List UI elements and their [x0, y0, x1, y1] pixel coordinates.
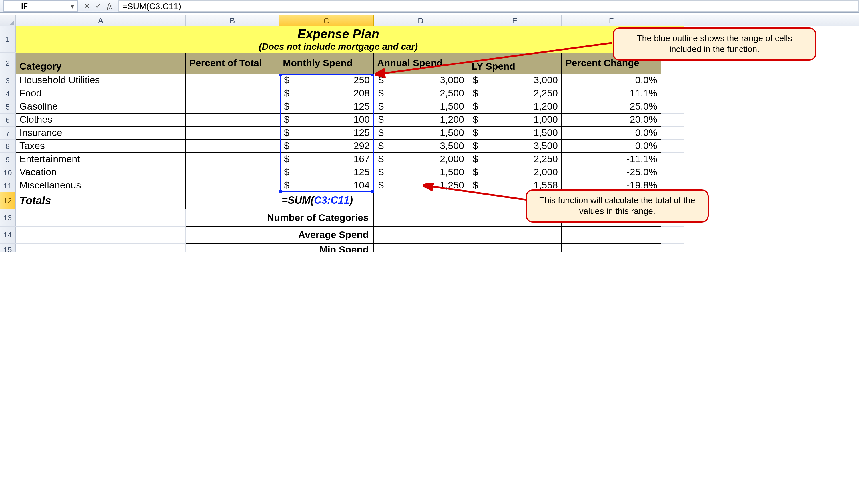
cell-D9[interactable]: $2,000	[374, 153, 468, 166]
cell-G9[interactable]	[661, 153, 684, 166]
cell-A6[interactable]: Clothes	[16, 114, 186, 127]
row-header-7[interactable]: 7	[0, 127, 16, 140]
cell-B5[interactable]	[186, 100, 280, 114]
cell-F15[interactable]	[562, 244, 661, 252]
enter-formula-button[interactable]: ✓	[93, 1, 103, 11]
cell-D12[interactable]	[374, 192, 468, 209]
cell-F6[interactable]: 20.0%	[562, 114, 661, 127]
cell-B11[interactable]	[186, 179, 280, 192]
cell-A14[interactable]	[16, 226, 186, 244]
row-header-13[interactable]: 13	[0, 209, 16, 226]
col-header-F[interactable]: F	[562, 15, 661, 26]
row-header-10[interactable]: 10	[0, 166, 16, 179]
cell-D5[interactable]: $1,500	[374, 100, 468, 114]
cell-G14[interactable]	[661, 226, 684, 244]
cell-E7[interactable]: $1,500	[468, 127, 562, 140]
cell-D15[interactable]	[374, 244, 468, 252]
cell-C4[interactable]: $208	[280, 87, 374, 100]
cell-D4[interactable]: $2,500	[374, 87, 468, 100]
cell-B8[interactable]	[186, 140, 280, 153]
cell-B6[interactable]	[186, 114, 280, 127]
hdr-percent-total[interactable]: Percent of Total	[186, 52, 280, 74]
cell-D13[interactable]	[374, 209, 468, 226]
numcat-label[interactable]: Number of Categories	[186, 209, 374, 226]
cell-D7[interactable]: $1,500	[374, 127, 468, 140]
cell-B10[interactable]	[186, 166, 280, 179]
hdr-monthly-spend[interactable]: Monthly Spend	[280, 52, 374, 74]
insert-function-button[interactable]: fx	[105, 1, 115, 11]
row-header-11[interactable]: 11	[0, 179, 16, 192]
cell-A15[interactable]	[16, 244, 186, 252]
row-header-5[interactable]: 5	[0, 100, 16, 114]
select-all-button[interactable]	[0, 15, 16, 26]
totals-label[interactable]: Totals	[16, 192, 186, 209]
cell-D14[interactable]	[374, 226, 468, 244]
cell-F9[interactable]: -11.1%	[562, 153, 661, 166]
row-header-3[interactable]: 3	[0, 74, 16, 87]
cell-G15[interactable]	[661, 244, 684, 252]
cell-D8[interactable]: $3,500	[374, 140, 468, 153]
cell-G8[interactable]	[661, 140, 684, 153]
col-header-E[interactable]: E	[468, 15, 562, 26]
cell-B7[interactable]	[186, 127, 280, 140]
hdr-annual-spend[interactable]: Annual Spend	[374, 52, 468, 74]
cell-G4[interactable]	[661, 87, 684, 100]
cell-B3[interactable]	[186, 74, 280, 87]
cell-D10[interactable]: $1,500	[374, 166, 468, 179]
row-header-12[interactable]: 12	[0, 192, 16, 209]
cell-D11[interactable]: $1,250	[374, 179, 468, 192]
row-header-9[interactable]: 9	[0, 153, 16, 166]
row-header-15[interactable]: 15	[0, 244, 16, 252]
hdr-ly-spend[interactable]: LY Spend	[468, 52, 562, 74]
cell-E10[interactable]: $2,000	[468, 166, 562, 179]
cell-C12-sum[interactable]: =SUM(C3:C11)	[280, 192, 374, 209]
col-header-B[interactable]: B	[186, 15, 280, 26]
cell-E5[interactable]: $1,200	[468, 100, 562, 114]
cell-F14[interactable]	[562, 226, 661, 244]
cell-A13[interactable]	[16, 209, 186, 226]
cell-C3[interactable]: $250	[280, 74, 374, 87]
avg-label[interactable]: Average Spend	[186, 226, 374, 244]
cell-B4[interactable]	[186, 87, 280, 100]
cell-D3[interactable]: $3,000	[374, 74, 468, 87]
cell-F4[interactable]: 11.1%	[562, 87, 661, 100]
col-header-G[interactable]	[661, 15, 684, 26]
cell-B9[interactable]	[186, 153, 280, 166]
cell-G7[interactable]	[661, 127, 684, 140]
formula-input[interactable]: =SUM(C3:C11)	[118, 0, 859, 12]
cell-C8[interactable]: $292	[280, 140, 374, 153]
cell-E8[interactable]: $3,500	[468, 140, 562, 153]
cell-G6[interactable]	[661, 114, 684, 127]
cell-C10[interactable]: $125	[280, 166, 374, 179]
cell-C5[interactable]: $125	[280, 100, 374, 114]
cell-F3[interactable]: 0.0%	[562, 74, 661, 87]
cell-E14[interactable]	[468, 226, 562, 244]
cancel-formula-button[interactable]: ✕	[82, 1, 92, 11]
name-box[interactable]: IF ▾	[3, 0, 78, 12]
cell-A9[interactable]: Entertainment	[16, 153, 186, 166]
cell-F5[interactable]: 25.0%	[562, 100, 661, 114]
cell-D6[interactable]: $1,200	[374, 114, 468, 127]
min-label[interactable]: Min Spend	[186, 244, 374, 252]
cell-E4[interactable]: $2,250	[468, 87, 562, 100]
cell-C11[interactable]: $104	[280, 179, 374, 192]
row-header-4[interactable]: 4	[0, 87, 16, 100]
cell-B12[interactable]	[186, 192, 280, 209]
cell-C6[interactable]: $100	[280, 114, 374, 127]
cell-G5[interactable]	[661, 100, 684, 114]
cell-E9[interactable]: $2,250	[468, 153, 562, 166]
row-header-2[interactable]: 2	[0, 52, 16, 74]
cell-G3[interactable]	[661, 74, 684, 87]
col-header-A[interactable]: A	[16, 15, 186, 26]
cell-E15[interactable]	[468, 244, 562, 252]
cell-A8[interactable]: Taxes	[16, 140, 186, 153]
cell-F8[interactable]: 0.0%	[562, 140, 661, 153]
cell-F10[interactable]: -25.0%	[562, 166, 661, 179]
col-header-D[interactable]: D	[374, 15, 468, 26]
cell-A4[interactable]: Food	[16, 87, 186, 100]
row-header-1[interactable]: 1	[0, 26, 16, 52]
row-header-8[interactable]: 8	[0, 140, 16, 153]
cell-C9[interactable]: $167	[280, 153, 374, 166]
row-header-6[interactable]: 6	[0, 114, 16, 127]
cell-E3[interactable]: $3,000	[468, 74, 562, 87]
